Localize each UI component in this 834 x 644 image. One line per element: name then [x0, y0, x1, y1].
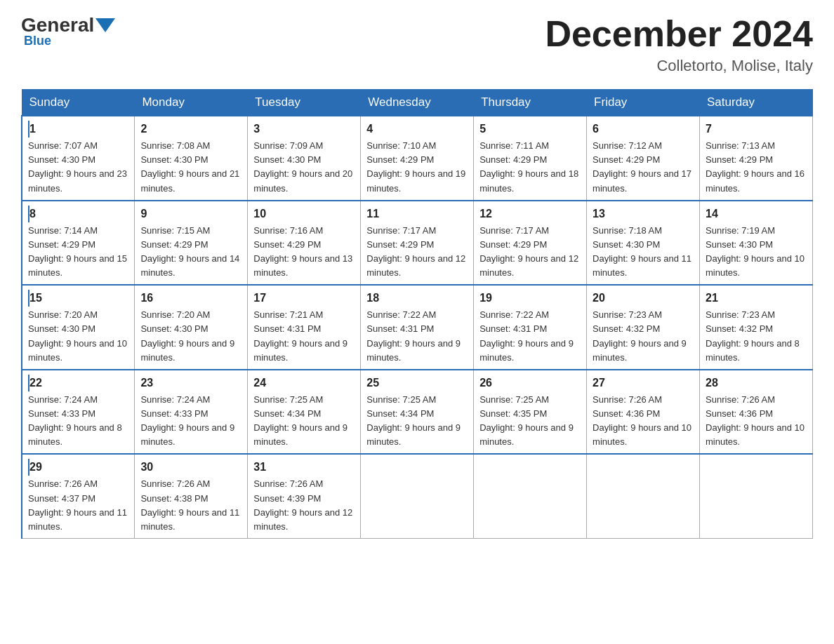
day-info: Sunrise: 7:25 AM Sunset: 4:35 PM Dayligh… — [479, 393, 581, 450]
table-row: 10 Sunrise: 7:16 AM Sunset: 4:29 PM Dayl… — [248, 201, 361, 286]
table-row: 22 Sunrise: 7:24 AM Sunset: 4:33 PM Dayl… — [22, 370, 135, 455]
day-info: Sunrise: 7:24 AM Sunset: 4:33 PM Dayligh… — [28, 393, 128, 450]
table-row: 25 Sunrise: 7:25 AM Sunset: 4:34 PM Dayl… — [361, 370, 474, 455]
day-info: Sunrise: 7:15 AM Sunset: 4:29 PM Dayligh… — [140, 224, 241, 281]
day-info: Sunrise: 7:12 AM Sunset: 4:29 PM Dayligh… — [593, 139, 694, 196]
table-row: 11 Sunrise: 7:17 AM Sunset: 4:29 PM Dayl… — [361, 201, 474, 286]
day-info: Sunrise: 7:24 AM Sunset: 4:33 PM Dayligh… — [140, 393, 241, 450]
table-row: 12 Sunrise: 7:17 AM Sunset: 4:29 PM Dayl… — [474, 201, 587, 286]
day-info: Sunrise: 7:22 AM Sunset: 4:31 PM Dayligh… — [366, 308, 468, 365]
table-row: 15 Sunrise: 7:20 AM Sunset: 4:30 PM Dayl… — [22, 285, 135, 370]
day-number: 14 — [706, 206, 807, 222]
day-info: Sunrise: 7:20 AM Sunset: 4:30 PM Dayligh… — [28, 308, 128, 365]
day-number: 22 — [28, 375, 128, 391]
day-info: Sunrise: 7:11 AM Sunset: 4:29 PM Dayligh… — [479, 139, 581, 196]
day-info: Sunrise: 7:13 AM Sunset: 4:29 PM Dayligh… — [706, 139, 807, 196]
table-row: 27 Sunrise: 7:26 AM Sunset: 4:36 PM Dayl… — [587, 370, 700, 455]
day-number: 23 — [140, 375, 241, 391]
day-number: 21 — [706, 290, 807, 307]
table-row: 30 Sunrise: 7:26 AM Sunset: 4:38 PM Dayl… — [135, 454, 248, 538]
day-info: Sunrise: 7:18 AM Sunset: 4:30 PM Dayligh… — [593, 224, 694, 281]
title-area: December 2024 Colletorto, Molise, Italy — [545, 14, 813, 75]
table-row: 19 Sunrise: 7:22 AM Sunset: 4:31 PM Dayl… — [474, 285, 587, 370]
day-info: Sunrise: 7:16 AM Sunset: 4:29 PM Dayligh… — [253, 224, 355, 281]
table-row: 8 Sunrise: 7:14 AM Sunset: 4:29 PM Dayli… — [22, 201, 135, 286]
day-info: Sunrise: 7:26 AM Sunset: 4:38 PM Dayligh… — [140, 477, 241, 534]
table-row: 3 Sunrise: 7:09 AM Sunset: 4:30 PM Dayli… — [248, 116, 361, 201]
table-row: 6 Sunrise: 7:12 AM Sunset: 4:29 PM Dayli… — [587, 116, 700, 201]
day-info: Sunrise: 7:26 AM Sunset: 4:36 PM Dayligh… — [593, 393, 694, 450]
day-number: 30 — [140, 459, 241, 476]
day-number: 17 — [253, 290, 355, 307]
day-number: 19 — [479, 290, 581, 307]
day-number: 28 — [706, 375, 807, 391]
day-info: Sunrise: 7:17 AM Sunset: 4:29 PM Dayligh… — [366, 224, 468, 281]
day-number: 29 — [28, 459, 128, 476]
day-number: 15 — [28, 290, 128, 307]
day-info: Sunrise: 7:20 AM Sunset: 4:30 PM Dayligh… — [140, 308, 241, 365]
table-row: 17 Sunrise: 7:21 AM Sunset: 4:31 PM Dayl… — [248, 285, 361, 370]
day-info: Sunrise: 7:14 AM Sunset: 4:29 PM Dayligh… — [28, 224, 128, 281]
day-info: Sunrise: 7:23 AM Sunset: 4:32 PM Dayligh… — [593, 308, 694, 365]
header-tuesday: Tuesday — [248, 90, 361, 116]
table-row: 5 Sunrise: 7:11 AM Sunset: 4:29 PM Dayli… — [474, 116, 587, 201]
day-number: 7 — [706, 121, 807, 137]
location-subtitle: Colletorto, Molise, Italy — [545, 57, 813, 75]
table-row: 13 Sunrise: 7:18 AM Sunset: 4:30 PM Dayl… — [587, 201, 700, 286]
table-row — [587, 454, 700, 538]
table-row: 29 Sunrise: 7:26 AM Sunset: 4:37 PM Dayl… — [22, 454, 135, 538]
day-info: Sunrise: 7:26 AM Sunset: 4:37 PM Dayligh… — [28, 477, 128, 534]
day-number: 18 — [366, 290, 468, 307]
table-row: 9 Sunrise: 7:15 AM Sunset: 4:29 PM Dayli… — [135, 201, 248, 286]
day-info: Sunrise: 7:07 AM Sunset: 4:30 PM Dayligh… — [28, 139, 128, 196]
day-info: Sunrise: 7:10 AM Sunset: 4:29 PM Dayligh… — [366, 139, 468, 196]
table-row: 4 Sunrise: 7:10 AM Sunset: 4:29 PM Dayli… — [361, 116, 474, 201]
day-number: 5 — [479, 121, 581, 137]
day-number: 11 — [366, 206, 468, 222]
table-row: 16 Sunrise: 7:20 AM Sunset: 4:30 PM Dayl… — [135, 285, 248, 370]
day-number: 20 — [593, 290, 694, 307]
table-row: 23 Sunrise: 7:24 AM Sunset: 4:33 PM Dayl… — [135, 370, 248, 455]
day-number: 9 — [140, 206, 241, 222]
table-row: 21 Sunrise: 7:23 AM Sunset: 4:32 PM Dayl… — [700, 285, 813, 370]
calendar-week-row: 15 Sunrise: 7:20 AM Sunset: 4:30 PM Dayl… — [22, 285, 813, 370]
day-info: Sunrise: 7:25 AM Sunset: 4:34 PM Dayligh… — [366, 393, 468, 450]
day-number: 10 — [253, 206, 355, 222]
calendar-week-row: 29 Sunrise: 7:26 AM Sunset: 4:37 PM Dayl… — [22, 454, 813, 538]
day-info: Sunrise: 7:25 AM Sunset: 4:34 PM Dayligh… — [253, 393, 355, 450]
header-thursday: Thursday — [474, 90, 587, 116]
day-info: Sunrise: 7:08 AM Sunset: 4:30 PM Dayligh… — [140, 139, 241, 196]
day-number: 12 — [479, 206, 581, 222]
day-number: 8 — [28, 206, 128, 222]
day-number: 27 — [593, 375, 694, 391]
table-row: 2 Sunrise: 7:08 AM Sunset: 4:30 PM Dayli… — [135, 116, 248, 201]
header-wednesday: Wednesday — [361, 90, 474, 116]
header-saturday: Saturday — [700, 90, 813, 116]
day-number: 6 — [593, 121, 694, 137]
table-row: 26 Sunrise: 7:25 AM Sunset: 4:35 PM Dayl… — [474, 370, 587, 455]
day-number: 1 — [28, 121, 128, 137]
day-number: 31 — [253, 459, 355, 476]
day-number: 4 — [366, 121, 468, 137]
table-row: 28 Sunrise: 7:26 AM Sunset: 4:36 PM Dayl… — [700, 370, 813, 455]
day-number: 26 — [479, 375, 581, 391]
day-info: Sunrise: 7:26 AM Sunset: 4:36 PM Dayligh… — [706, 393, 807, 450]
table-row: 14 Sunrise: 7:19 AM Sunset: 4:30 PM Dayl… — [700, 201, 813, 286]
day-header-row: Sunday Monday Tuesday Wednesday Thursday… — [22, 90, 813, 116]
header-sunday: Sunday — [22, 90, 135, 116]
table-row — [700, 454, 813, 538]
header-friday: Friday — [587, 90, 700, 116]
calendar-table: Sunday Monday Tuesday Wednesday Thursday… — [21, 89, 813, 539]
calendar-week-row: 1 Sunrise: 7:07 AM Sunset: 4:30 PM Dayli… — [22, 116, 813, 201]
day-number: 16 — [140, 290, 241, 307]
table-row: 1 Sunrise: 7:07 AM Sunset: 4:30 PM Dayli… — [22, 116, 135, 201]
day-info: Sunrise: 7:21 AM Sunset: 4:31 PM Dayligh… — [253, 308, 355, 365]
day-number: 3 — [253, 121, 355, 137]
day-number: 25 — [366, 375, 468, 391]
table-row: 20 Sunrise: 7:23 AM Sunset: 4:32 PM Dayl… — [587, 285, 700, 370]
day-number: 24 — [253, 375, 355, 391]
day-info: Sunrise: 7:22 AM Sunset: 4:31 PM Dayligh… — [479, 308, 581, 365]
table-row: 31 Sunrise: 7:26 AM Sunset: 4:39 PM Dayl… — [248, 454, 361, 538]
calendar-week-row: 22 Sunrise: 7:24 AM Sunset: 4:33 PM Dayl… — [22, 370, 813, 455]
table-row: 7 Sunrise: 7:13 AM Sunset: 4:29 PM Dayli… — [700, 116, 813, 201]
